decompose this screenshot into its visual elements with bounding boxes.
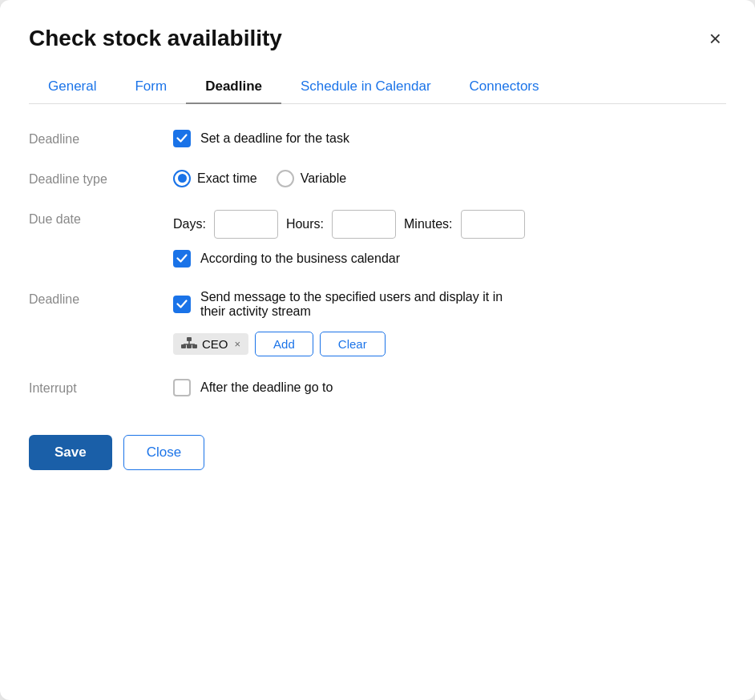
- tab-form[interactable]: Form: [115, 70, 186, 104]
- close-button[interactable]: Close: [123, 435, 204, 470]
- deadline-message-row: Deadline Send message to the specified u…: [29, 290, 726, 356]
- modal-title: Check stock availability: [29, 26, 282, 51]
- deadline-message-control: Send message to the specified users and …: [173, 290, 726, 356]
- close-icon[interactable]: ×: [705, 26, 726, 50]
- due-date-control: Days: Hours: Minutes: According to the b…: [173, 210, 726, 268]
- svg-rect-0: [187, 337, 192, 341]
- tab-connectors[interactable]: Connectors: [450, 70, 559, 104]
- tag-row: CEO × Add Clear: [173, 332, 726, 356]
- set-deadline-checkbox[interactable]: [173, 130, 191, 147]
- interrupt-label: Interrupt: [29, 379, 173, 396]
- interrupt-row: Interrupt After the deadline go to: [29, 379, 726, 396]
- form-section: Deadline Set a deadline for the task Dea…: [29, 130, 726, 396]
- tab-bar: General Form Deadline Schedule in Calend…: [29, 70, 726, 104]
- radio-row: Exact time Variable: [173, 170, 726, 187]
- modal-container: Check stock availability × General Form …: [0, 0, 755, 700]
- days-input[interactable]: [214, 210, 278, 239]
- clear-button[interactable]: Clear: [320, 332, 386, 356]
- add-button[interactable]: Add: [255, 332, 313, 356]
- footer: Save Close: [29, 435, 726, 470]
- calendar-checkbox-label: According to the business calendar: [200, 251, 400, 266]
- deadline-row: Deadline Set a deadline for the task: [29, 130, 726, 147]
- radio-exact-icon[interactable]: [173, 170, 191, 187]
- deadline-type-control: Exact time Variable: [173, 170, 726, 187]
- interrupt-checkbox-label: After the deadline go to: [200, 380, 333, 395]
- deadline-type-row: Deadline type Exact time Variable: [29, 170, 726, 187]
- due-date-inputs-row: Days: Hours: Minutes:: [173, 210, 726, 239]
- modal-header: Check stock availability ×: [29, 26, 726, 51]
- interrupt-control: After the deadline go to: [173, 379, 726, 396]
- radio-variable[interactable]: Variable: [277, 170, 347, 187]
- message-checkbox-row: Send message to the specified users and …: [173, 290, 726, 319]
- radio-exact-time[interactable]: Exact time: [173, 170, 257, 187]
- minutes-input[interactable]: [461, 210, 525, 239]
- days-label: Days:: [173, 217, 206, 231]
- radio-exact-label: Exact time: [197, 171, 257, 186]
- calendar-checkbox[interactable]: [173, 250, 191, 268]
- hours-label: Hours:: [286, 217, 324, 231]
- deadline-type-label: Deadline type: [29, 170, 173, 187]
- tab-schedule[interactable]: Schedule in Calendar: [281, 70, 450, 104]
- tab-general[interactable]: General: [29, 70, 115, 104]
- ceo-remove-btn[interactable]: ×: [235, 338, 241, 350]
- message-label: Send message to the specified users and …: [200, 290, 503, 319]
- message-checkbox[interactable]: [173, 296, 191, 313]
- due-date-row: Due date Days: Hours: Minutes:: [29, 210, 726, 268]
- minutes-label: Minutes:: [404, 217, 452, 231]
- set-deadline-row: Set a deadline for the task: [173, 130, 726, 147]
- interrupt-checkbox-row: After the deadline go to: [173, 379, 726, 396]
- radio-variable-icon[interactable]: [277, 170, 294, 187]
- set-deadline-label: Set a deadline for the task: [200, 131, 349, 146]
- hours-input[interactable]: [332, 210, 396, 239]
- ceo-tag: CEO ×: [173, 333, 248, 355]
- org-icon: [181, 337, 197, 350]
- radio-variable-label: Variable: [301, 171, 347, 186]
- interrupt-checkbox[interactable]: [173, 379, 191, 396]
- save-button[interactable]: Save: [29, 435, 112, 470]
- calendar-checkbox-row: According to the business calendar: [173, 250, 726, 268]
- deadline-message-label: Deadline: [29, 290, 173, 307]
- tab-deadline[interactable]: Deadline: [186, 70, 281, 104]
- due-date-label: Due date: [29, 210, 173, 227]
- deadline-label: Deadline: [29, 130, 173, 147]
- ceo-label: CEO: [202, 337, 228, 351]
- deadline-control: Set a deadline for the task: [173, 130, 726, 147]
